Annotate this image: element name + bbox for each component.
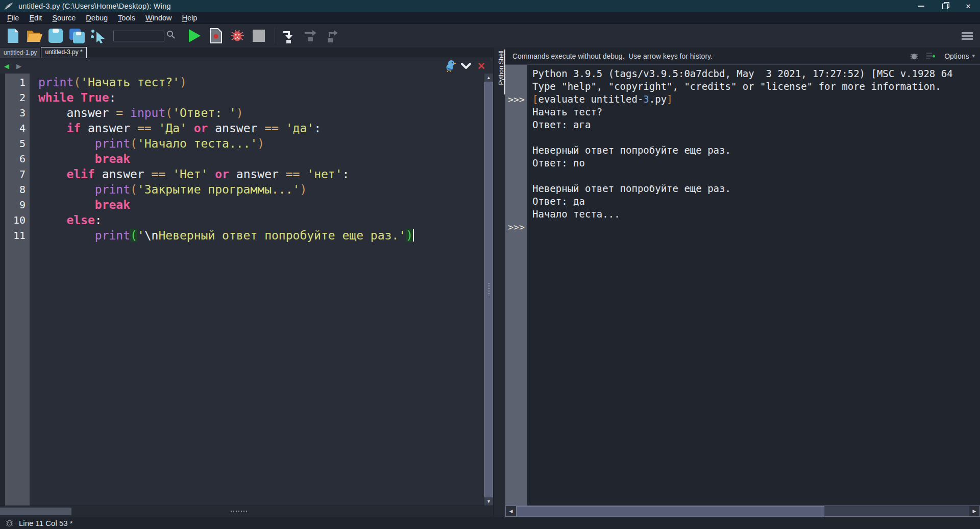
tab-untitled-1-py[interactable]: untitled-1.py bbox=[0, 48, 41, 58]
shell-line-6 bbox=[532, 131, 980, 144]
shell-prompt-empty bbox=[505, 195, 527, 208]
open-file-button[interactable] bbox=[24, 26, 44, 45]
bug-icon bbox=[230, 28, 245, 43]
editor-vertical-scrollbar[interactable] bbox=[484, 74, 493, 506]
shell-line-10: Неверный ответ попробуйте еще раз. bbox=[532, 182, 980, 195]
shell-horizontal-scrollbar[interactable] bbox=[505, 506, 980, 517]
scroll-right-icon[interactable] bbox=[969, 506, 979, 516]
shell-prompt-empty bbox=[505, 80, 527, 93]
run-play-icon bbox=[187, 28, 202, 43]
shell-prompt-empty bbox=[505, 118, 527, 131]
horizontal-scroll-thumb[interactable] bbox=[0, 508, 71, 515]
source-assistant-bird-icon[interactable] bbox=[443, 60, 458, 72]
code-line-1[interactable]: print('Начать тест?') bbox=[38, 75, 484, 90]
menu-item-file[interactable]: File bbox=[2, 14, 24, 22]
shell-line-9 bbox=[532, 170, 980, 182]
shell-debug-toggle-icon[interactable] bbox=[908, 51, 921, 62]
new-file-icon bbox=[6, 28, 20, 43]
shell-scroll-thumb[interactable] bbox=[516, 506, 824, 516]
code-line-2[interactable]: while True: bbox=[38, 90, 484, 105]
shell-prompt-empty bbox=[505, 131, 527, 144]
run-button[interactable] bbox=[185, 26, 204, 45]
cursor-select-icon bbox=[91, 28, 106, 43]
step-into-button[interactable] bbox=[279, 26, 299, 45]
debug-button[interactable] bbox=[228, 26, 247, 45]
close-editor-icon[interactable] bbox=[474, 60, 489, 72]
shell-line-4: Начать тест? bbox=[532, 106, 980, 118]
close-button[interactable] bbox=[957, 0, 980, 12]
toolbar-search-input[interactable] bbox=[113, 31, 164, 41]
shell-hint-text: Commands execute without debug. Use arro… bbox=[512, 52, 713, 60]
splitter-grip[interactable] bbox=[231, 511, 248, 512]
shell-prompt-gutter: >>> >>> bbox=[505, 65, 527, 506]
line-number: 3 bbox=[5, 105, 30, 121]
new-shell-icon[interactable] bbox=[924, 51, 937, 62]
history-forward-icon[interactable] bbox=[9, 61, 21, 70]
search-icon[interactable] bbox=[166, 30, 176, 41]
code-line-5[interactable]: print('Начало теста...') bbox=[38, 136, 484, 151]
toolbar-menu-icon[interactable] bbox=[962, 32, 973, 40]
menu-item-tools[interactable]: Tools bbox=[113, 14, 140, 22]
shell-output[interactable]: Python 3.9.5 (tags/v3.9.5:0a7dcbd, May 3… bbox=[527, 65, 980, 506]
python-shell-pane: Commands execute without debug. Use arro… bbox=[505, 47, 980, 517]
step-over-button[interactable] bbox=[301, 26, 320, 45]
menu-item-window[interactable]: Window bbox=[140, 14, 177, 22]
open-folder-icon bbox=[26, 29, 42, 43]
code-line-7[interactable]: elif answer == 'Нет' or answer == 'нет': bbox=[38, 166, 484, 182]
restore-button[interactable] bbox=[933, 0, 957, 12]
line-number: 1 bbox=[5, 75, 30, 90]
editor-horizontal-scrollbar[interactable] bbox=[0, 506, 493, 517]
shell-prompt: >>> bbox=[505, 93, 527, 106]
chevron-down-icon[interactable] bbox=[458, 60, 474, 72]
shell-line-12: Начало теста... bbox=[532, 208, 980, 221]
code-line-11[interactable]: print('\nНеверный ответ попробуйте еще р… bbox=[38, 228, 484, 243]
python-shell-tab[interactable]: Python Shell bbox=[498, 51, 505, 85]
scroll-up-icon[interactable] bbox=[484, 74, 493, 82]
breakpoint-margin[interactable] bbox=[0, 74, 5, 506]
title-bar: untitled-3.py (C:\Users\Home\Desktop): W… bbox=[0, 0, 980, 12]
new-file-button[interactable] bbox=[3, 26, 22, 45]
debug-file-button[interactable] bbox=[206, 26, 226, 45]
menu-bar: FileEditSourceDebugToolsWindowHelp bbox=[0, 12, 980, 24]
code-line-8[interactable]: print('Закрытие программы...') bbox=[38, 182, 484, 197]
shell-line-2: Type "help", "copyright", "credits" or "… bbox=[532, 80, 980, 93]
stop-button[interactable] bbox=[249, 26, 268, 45]
shell-prompt-empty bbox=[505, 182, 527, 195]
step-out-button[interactable] bbox=[322, 26, 341, 45]
wing-logo-icon bbox=[4, 2, 13, 10]
code-line-4[interactable]: if answer == 'Да' or answer == 'да': bbox=[38, 121, 484, 136]
line-number: 6 bbox=[5, 151, 30, 166]
scroll-left-icon[interactable] bbox=[506, 506, 516, 516]
shell-body: >>> >>> Python 3.9.5 (tags/v3.9.5:0a7dcb… bbox=[505, 65, 980, 506]
select-tool-button[interactable] bbox=[89, 26, 108, 45]
line-number: 5 bbox=[5, 136, 30, 151]
python-shell-tab-strip: Python Shell bbox=[493, 47, 505, 517]
save-all-button[interactable] bbox=[67, 26, 87, 45]
code-lines[interactable]: print('Начать тест?')while True: answer … bbox=[30, 74, 484, 506]
shell-prompt: >>> bbox=[505, 221, 527, 233]
menu-item-edit[interactable]: Edit bbox=[24, 14, 47, 22]
code-line-10[interactable]: else: bbox=[38, 212, 484, 228]
editor-pane: untitled-1.pyuntitled-3.py * bbox=[0, 47, 493, 517]
tab-untitled-3-py[interactable]: untitled-3.py * bbox=[41, 47, 86, 58]
line-number: 11 bbox=[5, 228, 30, 243]
history-back-icon[interactable] bbox=[4, 61, 9, 70]
menu-item-source[interactable]: Source bbox=[47, 14, 81, 22]
save-file-button[interactable] bbox=[46, 26, 65, 45]
code-line-9[interactable]: break bbox=[38, 197, 484, 212]
save-all-icon bbox=[69, 28, 85, 43]
vertical-scroll-thumb[interactable] bbox=[484, 82, 493, 497]
shell-prompt-empty bbox=[505, 106, 527, 118]
scroll-down-icon[interactable] bbox=[484, 497, 493, 506]
minimize-button[interactable] bbox=[910, 0, 933, 12]
step-out-icon bbox=[325, 28, 339, 43]
code-line-6[interactable]: break bbox=[38, 151, 484, 166]
code-line-3[interactable]: answer = input('Ответ: ') bbox=[38, 105, 484, 121]
main-toolbar bbox=[0, 24, 980, 47]
status-bug-icon[interactable] bbox=[5, 519, 14, 527]
shell-prompt-empty bbox=[505, 170, 527, 182]
menu-item-debug[interactable]: Debug bbox=[81, 14, 113, 22]
shell-line-11: Ответ: да bbox=[532, 195, 980, 208]
menu-item-help[interactable]: Help bbox=[177, 14, 203, 22]
shell-options-menu[interactable]: Options bbox=[944, 52, 975, 60]
